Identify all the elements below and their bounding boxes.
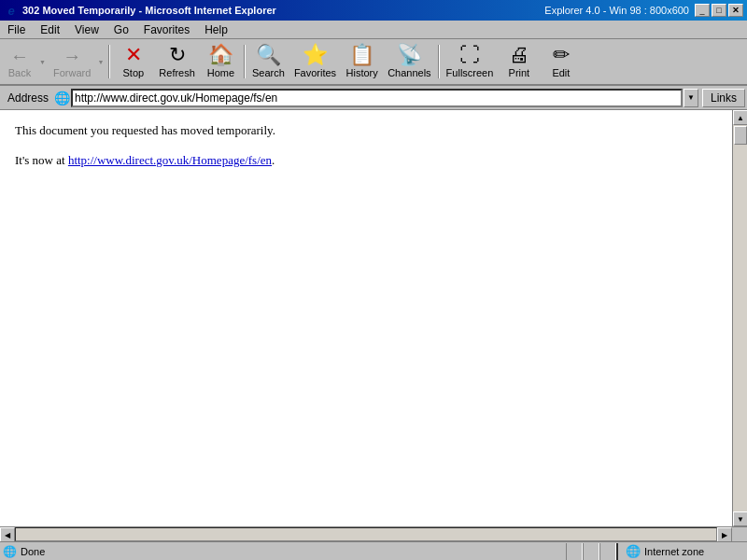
- content-line2-suffix: .: [272, 153, 275, 167]
- content-line1: This document you requested has moved te…: [15, 121, 717, 140]
- menu-edit[interactable]: Edit: [33, 21, 67, 38]
- minimize-button[interactable]: _: [695, 4, 710, 17]
- edit-icon: ✏: [553, 45, 570, 65]
- menu-file[interactable]: File: [0, 21, 33, 38]
- title-left: e 302 Moved Temporarily - Microsoft Inte…: [4, 3, 276, 18]
- favorites-label: Favorites: [294, 67, 336, 78]
- redirect-link[interactable]: http://www.direct.gov.uk/Homepage/fs/en: [68, 153, 272, 167]
- toolbar-separator-2: [244, 45, 246, 78]
- home-button[interactable]: 🏠 Home: [200, 41, 242, 82]
- content-line2-prefix: It's now at: [15, 153, 68, 167]
- content-line2: It's now at http://www.direct.gov.uk/Hom…: [15, 151, 717, 170]
- channels-label: Channels: [388, 67, 430, 78]
- explorer-info: Explorer 4.0 - Win 98 : 747x560: [544, 5, 689, 16]
- fullscreen-icon: ⛶: [459, 45, 480, 65]
- search-button[interactable]: 🔍 Search: [247, 41, 289, 82]
- stop-button[interactable]: ✕ Stop: [112, 41, 154, 82]
- status-icon: 🌐: [2, 544, 17, 559]
- toolbar: ← Back ▼ → Forward ▼ ✕ Stop ↻ Refresh 🏠 …: [0, 39, 747, 86]
- title-bar: e 302 Moved Temporarily - Microsoft Inte…: [0, 0, 747, 21]
- edit-button[interactable]: ✏ Edit: [540, 41, 582, 82]
- history-label: History: [346, 67, 378, 78]
- search-icon: 🔍: [256, 45, 281, 65]
- ie-icon: e: [4, 3, 19, 18]
- status-panel-2: [583, 543, 599, 560]
- history-icon: 📋: [349, 45, 374, 65]
- address-input[interactable]: [71, 89, 683, 107]
- refresh-label: Refresh: [159, 67, 195, 78]
- favorites-button[interactable]: ⭐ Favorites: [289, 41, 341, 82]
- status-text: Done: [19, 546, 566, 557]
- scrollbar-up-button[interactable]: ▲: [733, 110, 747, 125]
- back-button[interactable]: ← Back: [2, 41, 37, 82]
- scrollbar-thumb[interactable]: [734, 126, 747, 145]
- address-label: Address: [2, 91, 54, 105]
- menu-bar: File Edit View Go Favorites Help: [0, 21, 747, 39]
- print-icon: 🖨: [509, 45, 529, 65]
- menu-favorites[interactable]: Favorites: [136, 21, 197, 38]
- status-panel-3: [599, 543, 616, 560]
- main-content: This document you requested has moved te…: [0, 110, 732, 526]
- forward-dropdown-icon: ▼: [97, 59, 104, 65]
- refresh-icon: ↻: [169, 45, 186, 65]
- links-button[interactable]: Links: [702, 89, 745, 107]
- vertical-scrollbar: ▲ ▼: [732, 110, 747, 526]
- zone-text: Internet zone: [644, 546, 704, 557]
- scrollbar-down-button[interactable]: ▼: [733, 511, 747, 526]
- stop-label: Stop: [123, 67, 145, 78]
- zone-panel: 🌐 Internet zone: [616, 543, 747, 560]
- edit-label: Edit: [552, 67, 570, 78]
- menu-view[interactable]: View: [67, 21, 106, 38]
- stop-icon: ✕: [125, 45, 142, 65]
- channels-button[interactable]: 📡 Channels: [383, 41, 435, 82]
- back-icon: ←: [10, 46, 29, 67]
- address-dropdown-button[interactable]: ▼: [684, 89, 698, 107]
- forward-dropdown-button[interactable]: ▼: [95, 41, 106, 82]
- title-controls: Explorer 4.0 - Win 98 : 747x560 _ □ ✕: [544, 4, 743, 17]
- channels-icon: 📡: [397, 45, 422, 65]
- close-button[interactable]: ✕: [728, 4, 743, 17]
- maximize-button[interactable]: □: [712, 4, 726, 17]
- home-label: Home: [207, 67, 234, 78]
- hscrollbar-track[interactable]: [15, 527, 717, 541]
- forward-icon: →: [63, 46, 81, 67]
- menu-help[interactable]: Help: [197, 21, 235, 38]
- forward-label: Forward: [53, 67, 91, 78]
- status-panel-1: [566, 543, 583, 560]
- horizontal-scrollbar-row: ◀ ▶: [0, 526, 747, 541]
- hscrollbar-right-button[interactable]: ▶: [717, 527, 732, 542]
- zone-icon: 🌐: [626, 544, 641, 558]
- search-label: Search: [252, 67, 285, 78]
- favorites-icon: ⭐: [303, 45, 328, 65]
- window-title: 302 Moved Temporarily - Microsoft Intern…: [22, 5, 276, 16]
- refresh-button[interactable]: ↻ Refresh: [154, 41, 200, 82]
- hscrollbar-corner: [732, 527, 747, 541]
- home-icon: 🏠: [208, 45, 233, 65]
- back-dropdown-button[interactable]: ▼: [37, 41, 49, 82]
- print-label: Print: [509, 67, 530, 78]
- print-button[interactable]: 🖨 Print: [498, 41, 540, 82]
- page-icon: 🌐: [54, 91, 69, 105]
- hscrollbar-left-button[interactable]: ◀: [0, 527, 15, 542]
- toolbar-separator-1: [108, 45, 110, 78]
- back-forward-group: ← Back ▼: [2, 41, 49, 82]
- menu-go[interactable]: Go: [106, 21, 136, 38]
- content-area: This document you requested has moved te…: [0, 110, 747, 526]
- forward-button[interactable]: → Forward: [49, 41, 95, 82]
- address-bar: Address 🌐 ▼ Links: [0, 86, 747, 110]
- history-button[interactable]: 📋 History: [341, 41, 383, 82]
- fullscreen-label: Fullscreen: [446, 67, 494, 78]
- status-bar: 🌐 Done 🌐 Internet zone: [0, 541, 747, 560]
- fullscreen-button[interactable]: ⛶ Fullscreen: [442, 41, 499, 82]
- back-dropdown-icon: ▼: [39, 59, 46, 65]
- back-label: Back: [8, 67, 31, 78]
- scrollbar-track[interactable]: [733, 125, 747, 511]
- toolbar-separator-3: [438, 45, 440, 78]
- forward-group: → Forward ▼: [49, 41, 106, 82]
